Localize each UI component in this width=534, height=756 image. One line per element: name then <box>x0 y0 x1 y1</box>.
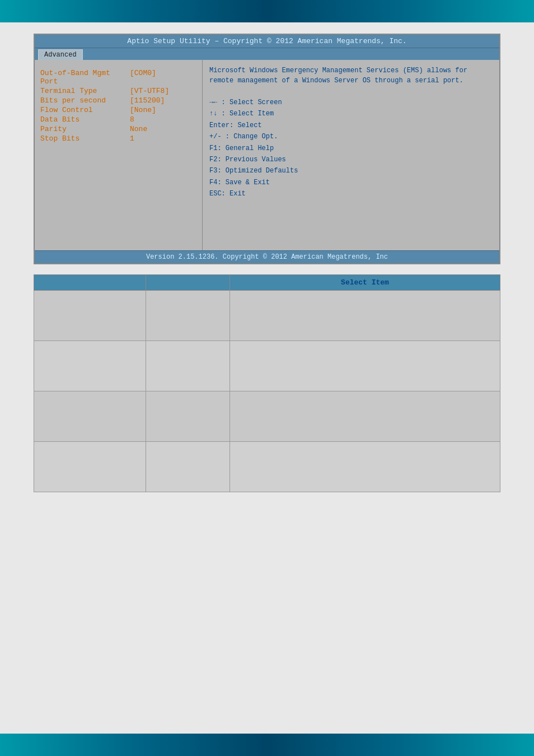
bios-setting-label: Flow Control <box>40 106 130 114</box>
table-cell <box>230 391 500 442</box>
col3-header: Select Item <box>230 275 500 291</box>
table-cell <box>34 291 146 341</box>
table-cell <box>230 341 500 391</box>
bios-help-right: Microsoft Windows Emergency Management S… <box>203 60 499 250</box>
table-cell <box>34 442 146 492</box>
table-header-row: Select Item <box>34 275 500 291</box>
table-cell <box>34 391 146 442</box>
top-bar <box>0 0 534 22</box>
bios-setting-value: [115200] <box>130 96 165 105</box>
bios-setting-label: Terminal Type <box>40 87 130 95</box>
bios-setting-label: Data Bits <box>40 115 130 124</box>
key-help-line: F1: General Help <box>209 143 493 154</box>
bios-help-text: Microsoft Windows Emergency Management S… <box>209 66 493 86</box>
key-help-line: ESC: Exit <box>209 188 493 199</box>
table-cell <box>230 442 500 492</box>
table-cell <box>146 341 230 391</box>
bios-setting-row[interactable]: Terminal Type[VT-UTF8] <box>40 87 196 95</box>
bottom-bar <box>0 734 534 756</box>
bios-panel: Aptio Setup Utility – Copyright © 2012 A… <box>34 34 500 264</box>
bios-setting-row[interactable]: ParityNone <box>40 125 196 133</box>
key-help-line: F4: Save & Exit <box>209 177 493 188</box>
key-help-line: F3: Optimized Defaults <box>209 165 493 176</box>
bios-settings-left: Out-of-Band Mgmt Port[COM0]Terminal Type… <box>35 60 203 250</box>
table-cell <box>146 391 230 442</box>
lower-table: Select Item <box>34 274 500 492</box>
bios-tab-advanced[interactable]: Advanced <box>38 49 83 60</box>
bios-tab-row: Advanced <box>35 48 499 60</box>
table-row <box>34 442 500 492</box>
key-help-line: ↑↓ : Select Item <box>209 108 493 119</box>
bios-content: Out-of-Band Mgmt Port[COM0]Terminal Type… <box>35 60 499 250</box>
bios-setting-row[interactable]: Flow Control[None] <box>40 106 196 114</box>
key-help-line: Enter: Select <box>209 120 493 131</box>
lower-section: Select Item <box>34 274 500 492</box>
bios-setting-value: 1 <box>130 134 134 143</box>
bios-setting-row[interactable]: Out-of-Band Mgmt Port[COM0] <box>40 69 196 86</box>
table-cell <box>146 291 230 341</box>
bios-setting-label: Stop Bits <box>40 134 130 143</box>
bios-key-help: →← : Select Screen↑↓ : Select ItemEnter:… <box>209 97 493 200</box>
key-help-line: F2: Previous Values <box>209 154 493 165</box>
bios-setting-row[interactable]: Stop Bits1 <box>40 134 196 143</box>
key-help-line: +/- : Change Opt. <box>209 131 493 142</box>
table-cell <box>146 442 230 492</box>
bios-footer: Version 2.15.1236. Copyright © 2012 Amer… <box>35 250 499 263</box>
col1-header <box>34 275 146 291</box>
bios-setting-row[interactable]: Bits per second[115200] <box>40 96 196 105</box>
bios-setting-value: [VT-UTF8] <box>130 87 169 95</box>
key-help-line: →← : Select Screen <box>209 97 493 108</box>
bios-setting-label: Parity <box>40 125 130 133</box>
table-row <box>34 341 500 391</box>
select-item-label: Select Item <box>341 278 389 287</box>
table-row <box>34 291 500 341</box>
table-row <box>34 391 500 442</box>
table-cell <box>34 341 146 391</box>
bios-setting-value: None <box>130 125 147 133</box>
bios-header: Aptio Setup Utility – Copyright © 2012 A… <box>35 35 499 48</box>
bios-setting-value: [None] <box>130 106 156 114</box>
bios-setting-value: [COM0] <box>130 69 156 86</box>
bios-setting-row[interactable]: Data Bits8 <box>40 115 196 124</box>
bios-setting-label: Bits per second <box>40 96 130 105</box>
bios-setting-value: 8 <box>130 115 134 124</box>
col2-header <box>146 275 230 291</box>
bios-setting-label: Out-of-Band Mgmt Port <box>40 69 130 86</box>
table-cell <box>230 291 500 341</box>
